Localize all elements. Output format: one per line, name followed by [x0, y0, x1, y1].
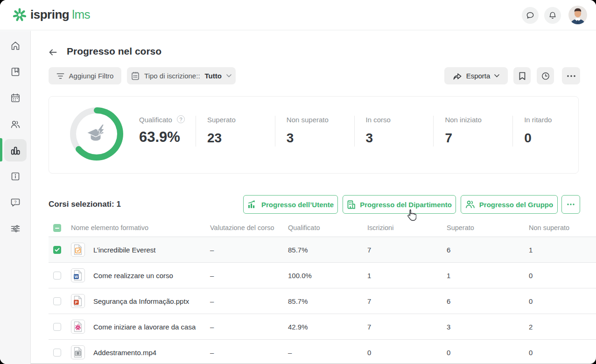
sidebar-item-courses[interactable]	[4, 61, 27, 83]
add-filter-label: Aggiungi Filtro	[69, 72, 114, 80]
column-header[interactable]: Superato	[447, 224, 474, 231]
more-actions-button[interactable]	[562, 67, 580, 84]
sidebar-item-reports[interactable]	[4, 139, 27, 161]
progress-button-label: Progresso del Dipartimento	[360, 201, 452, 209]
chat-button[interactable]	[522, 7, 539, 24]
qualified-donut-chart	[70, 107, 123, 161]
cell-qualificato: –	[288, 340, 292, 364]
cell-iscrizioni: 7	[367, 288, 371, 314]
bookmark-button[interactable]	[513, 67, 531, 84]
row-checkbox-checked[interactable]	[53, 246, 61, 254]
mouse-cursor	[406, 209, 416, 223]
export-chevron-icon	[494, 74, 499, 77]
svg-text:W: W	[75, 275, 78, 279]
table-row[interactable]: Come iniziare a lavorare da casa–42.9%73…	[49, 314, 596, 340]
back-button[interactable]	[47, 47, 58, 58]
course-name[interactable]: L’incredibile Everest	[93, 237, 155, 263]
column-header[interactable]: Qualificato	[288, 224, 320, 231]
donut-center	[76, 113, 117, 154]
qualified-value: 63.9%	[139, 129, 180, 146]
row-checkbox[interactable]	[53, 349, 61, 357]
progress-button-department[interactable]: Progresso del Dipartimento	[343, 195, 456, 214]
progress-button-label: Progresso del Gruppo	[479, 201, 553, 209]
user-avatar[interactable]	[568, 6, 587, 24]
enrollment-type-filter[interactable]: Tipo di iscrizione:: Tutto	[127, 67, 236, 84]
cell-valutazione: –	[210, 288, 214, 314]
column-header[interactable]: Iscrizioni	[367, 224, 393, 231]
sidebar-item-library[interactable]	[4, 165, 27, 188]
cell-valutazione: –	[210, 340, 214, 364]
sidebar-active-indicator	[0, 138, 2, 161]
sidebar-item-settings[interactable]	[4, 217, 27, 240]
progress-button-user-chart[interactable]: Progresso dell’Utente	[243, 195, 338, 214]
course-name[interactable]: Addestramento.mp4	[93, 340, 156, 364]
app-window: ispring lms ?	[0, 0, 596, 364]
progress-button-label: Progresso dell’Utente	[261, 201, 334, 209]
home-icon	[10, 40, 21, 51]
course-type-icon-powerpoint: P	[71, 294, 85, 308]
more-progress-button[interactable]	[561, 195, 580, 214]
cell-qualificato: 42.9%	[288, 314, 308, 340]
feedback-icon: ?	[10, 197, 21, 208]
users-icon	[10, 119, 21, 130]
export-button[interactable]: Esporta	[444, 67, 508, 84]
column-header[interactable]: Non superato	[529, 224, 569, 231]
stat-label: In ritardo	[524, 116, 552, 124]
course-name[interactable]: Come realizzare un corso	[93, 263, 173, 288]
cell-qualificato: 85.7%	[288, 237, 308, 263]
notifications-button[interactable]	[544, 7, 561, 24]
stat-value: 23	[207, 131, 222, 146]
cell-iscrizioni: 0	[367, 340, 371, 364]
stat-divider	[512, 116, 513, 147]
sidebar-item-feedback[interactable]: ?	[4, 191, 27, 214]
stat-label: Non iniziato	[445, 116, 481, 124]
ispring-logo[interactable]: ispring lms	[13, 7, 90, 22]
sidebar-item-users[interactable]	[4, 113, 27, 135]
cell-qualificato: 100.0%	[288, 263, 312, 288]
chevron-down-icon	[226, 74, 231, 77]
enrollment-filter-label: Tipo di iscrizione::	[144, 72, 200, 80]
course-name[interactable]: Segurança da Informação.pptx	[93, 288, 189, 314]
top-header: ispring lms	[0, 0, 596, 30]
stat-value: 0	[524, 131, 532, 146]
group-icon	[465, 200, 475, 209]
course-name[interactable]: Come iniziare a lavorare da casa	[93, 314, 196, 340]
column-header[interactable]: Valutazione del corso	[210, 224, 274, 231]
more-progress-dots-icon	[567, 203, 575, 205]
table-row[interactable]: PSegurança da Informação.pptx–85.7%760	[49, 288, 596, 314]
cell-superato: 3	[447, 314, 450, 340]
select-all-checkbox[interactable]	[53, 224, 61, 232]
cell-iscrizioni: 1	[367, 263, 371, 288]
table-row[interactable]: L’incredibile Everest–85.7%761	[49, 237, 596, 263]
column-header[interactable]: Nome elemento formativo	[71, 224, 148, 231]
course-type-icon-word: W	[71, 268, 85, 282]
row-checkbox[interactable]	[53, 297, 61, 305]
stat-value: 7	[445, 131, 452, 146]
more-dots-icon	[567, 75, 575, 77]
stat-value: 3	[366, 131, 373, 146]
cell-qualificato: 85.7%	[288, 288, 308, 314]
cell-superato: 6	[447, 237, 450, 263]
cell-non_superato: 0	[529, 263, 533, 288]
table-row[interactable]: WCome realizzare un corso–100.0%110	[49, 263, 596, 288]
check-icon	[55, 248, 60, 252]
sidebar-item-calendar[interactable]	[4, 87, 27, 109]
help-glyph: ?	[179, 117, 182, 122]
help-icon[interactable]: ?	[177, 115, 185, 123]
progress-button-group[interactable]: Progresso del Gruppo	[461, 195, 558, 214]
history-button[interactable]	[537, 67, 554, 84]
bell-icon	[548, 11, 557, 20]
row-checkbox[interactable]	[53, 323, 61, 331]
selected-courses-label: Corsi selezionati: 1	[49, 200, 121, 209]
table-row[interactable]: Addestramento.mp4––000	[49, 340, 596, 364]
row-checkbox[interactable]	[53, 272, 61, 280]
cell-valutazione: –	[210, 314, 214, 340]
settings-icon	[10, 223, 21, 234]
add-filter-button[interactable]: Aggiungi Filtro	[49, 67, 121, 84]
building-icon	[347, 200, 356, 209]
bookmark-icon	[519, 72, 526, 80]
reports-icon	[10, 145, 21, 156]
donut-cap	[76, 146, 82, 152]
sidebar-item-home[interactable]	[4, 35, 27, 57]
library-icon	[10, 171, 21, 182]
